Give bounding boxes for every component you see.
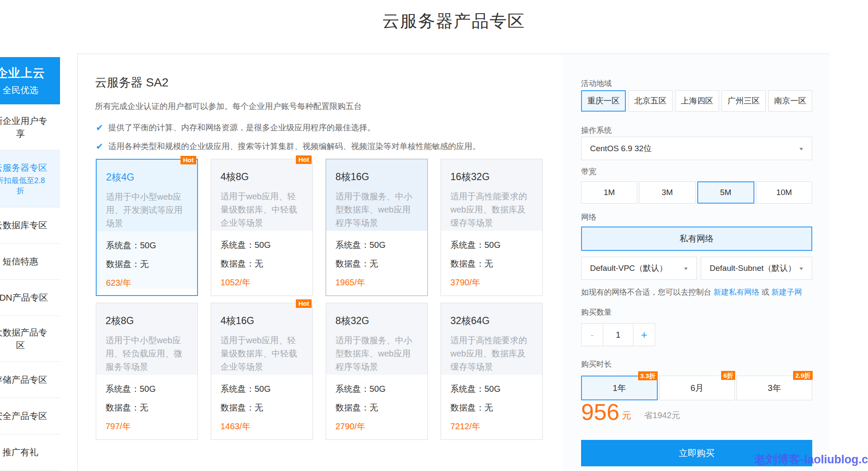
spec-card-top: 8核32G 适用于微服务、中小型数据库、web应用程序等场景 <box>326 303 427 375</box>
spec-card-8c16g[interactable]: 8核16G 适用于微服务、中小型数据库、web应用程序等场景 系统盘：50G 数… <box>326 159 428 296</box>
region-option-beijing5[interactable]: 北京五区 <box>628 90 672 112</box>
bandwidth-option-3m[interactable]: 3M <box>639 181 695 204</box>
spec-price: 1965/年 <box>335 277 418 288</box>
data-disk: 数据盘：无 <box>221 258 303 270</box>
sidebar-item-cdn[interactable]: CDN产品专区 <box>0 280 60 316</box>
sidebar-item-label: 存储产品专区 <box>0 373 47 386</box>
feature-text: 适用各种类型和规模的企业级应用、搜索等计算集群、视频编解码、视频渲染等对单核性能… <box>109 142 481 151</box>
spec-card-top: 8核16G 适用于微服务、中小型数据库、web应用程序等场景 <box>326 159 427 231</box>
duration-option-1year[interactable]: 1年 3.3折 <box>581 376 658 400</box>
bandwidth-option-10m[interactable]: 10M <box>756 181 812 204</box>
region-option-chongqing1[interactable]: 重庆一区 <box>581 90 626 112</box>
sidebar-item-label: 大数据产品专区 <box>0 326 48 351</box>
spec-card-16c32g[interactable]: 16核32G 适用于高性能要求的web应用、数据库及缓存等场景 系统盘：50G … <box>441 159 543 296</box>
vpc-select[interactable]: Default-VPC（默认） ▼ <box>581 257 697 280</box>
spec-title: 4核8G <box>221 170 303 184</box>
sidebar-item-cloud-database[interactable]: 云数据库专区 <box>0 207 60 244</box>
quantity-plus-button[interactable]: + <box>633 323 655 346</box>
sidebar-header-enterprise-cloud[interactable]: 企业上云 全民优选 <box>0 57 60 104</box>
spec-card-32c64g[interactable]: 32核64G 适用于高性能要求的web应用、数据库及缓存等场景 系统盘：50G … <box>441 303 543 440</box>
check-icon: ✔ <box>96 123 103 132</box>
subnet-select[interactable]: Default-Subnet（默认） ▼ <box>701 257 812 280</box>
create-vpc-link[interactable]: 新建私有网络 <box>713 288 759 296</box>
spec-price: 3790/年 <box>450 277 533 288</box>
sidebar-item-bigdata[interactable]: 大数据产品专区 <box>0 316 60 362</box>
spec-card-top: 32核64G 适用于高性能要求的web应用、数据库及缓存等场景 <box>441 303 542 375</box>
sidebar-item-label: 云服务器专区 <box>0 161 47 174</box>
network-label: 网络 <box>581 212 812 222</box>
sidebar-item-discount-note: 折扣最低至2.8折 <box>0 175 48 196</box>
spec-title: 8核16G <box>335 170 418 184</box>
region-option-guangzhou3[interactable]: 广州三区 <box>722 90 765 112</box>
spec-description: 适用于web应用、轻量级数据库、中轻载企业等场景 <box>221 190 303 230</box>
spec-price: 623/年 <box>106 277 188 289</box>
discount-badge: 3.3折 <box>638 371 658 380</box>
spec-card-4c16g[interactable]: Hot 4核16G 适用于web应用、轻量级数据库、中轻载企业等场景 系统盘：5… <box>211 303 313 440</box>
sidebar-item-storage[interactable]: 存储产品专区 <box>0 362 60 398</box>
page-title: 云服务器产品专区 <box>77 9 830 33</box>
data-disk: 数据盘：无 <box>106 402 188 414</box>
spec-title: 4核16G <box>221 314 303 327</box>
product-heading: 云服务器 SA2 <box>95 75 169 91</box>
data-disk: 数据盘：无 <box>450 402 533 414</box>
duration-option-6month[interactable]: 6月 6折 <box>659 376 735 400</box>
sidebar-item-security[interactable]: 安全产品专区 <box>0 398 60 434</box>
os-select[interactable]: CentOS 6.9 32位 ▼ <box>581 137 812 160</box>
network-type-private[interactable]: 私有网络 <box>581 227 812 251</box>
site-watermark: 老刘博客-laoliublog.cn <box>754 452 868 467</box>
hot-badge: Hot <box>296 299 312 308</box>
spec-card-top: 2核4G 适用于中小型web应用、开发测试等应用场景 <box>97 160 197 231</box>
sidebar-item-referral[interactable]: 推广有礼 <box>0 434 60 471</box>
network-note: 如现有的网络不合适，您可以去控制台 新建私有网络 或 新建子网 <box>581 287 812 297</box>
system-disk: 系统盘：50G <box>450 383 533 395</box>
sidebar-item-label: 推广有礼 <box>3 446 38 458</box>
spec-description: 适用于微服务、中小型数据库、web应用程序等场景 <box>335 334 418 373</box>
system-disk: 系统盘：50G <box>221 383 303 395</box>
network-note-or: 或 <box>759 288 771 296</box>
bandwidth-option-1m[interactable]: 1M <box>581 181 637 204</box>
spec-card-top: 4核16G 适用于web应用、轻量级数据库、中轻载企业等场景 <box>211 303 312 375</box>
feature-item: ✔提供了平衡的计算、内存和网络资源，是很多企业级应用程序的最佳选择。 <box>96 122 375 133</box>
check-icon: ✔ <box>96 141 103 151</box>
spec-title: 2核4G <box>106 171 188 184</box>
duration-option-label: 1年 <box>613 382 626 394</box>
sidebar-item-label: 安全产品专区 <box>0 410 47 422</box>
sidebar-item-new-enterprise-user[interactable]: 新企业用户专享 <box>0 104 60 150</box>
spec-card-8c32g[interactable]: 8核32G 适用于微服务、中小型数据库、web应用程序等场景 系统盘：50G 数… <box>326 303 428 440</box>
spec-card-bottom: 系统盘：50G 数据盘：无 623/年 <box>97 231 197 289</box>
caret-down-icon: ▼ <box>683 266 689 271</box>
price-summary: 956 元 省1942元 <box>581 400 812 423</box>
sidebar-item-label: 云数据库专区 <box>0 219 47 231</box>
sidebar-header-line2: 全民优选 <box>3 84 38 96</box>
spec-card-2c4g[interactable]: Hot 2核4G 适用于中小型web应用、开发测试等应用场景 系统盘：50G 数… <box>96 159 198 296</box>
quantity-label: 购买数量 <box>581 307 812 317</box>
spec-description: 适用于web应用、轻量级数据库、中轻载企业等场景 <box>221 334 303 373</box>
discount-badge: 6折 <box>721 371 735 380</box>
spec-card-4c8g[interactable]: Hot 4核8G 适用于web应用、轻量级数据库、中轻载企业等场景 系统盘：50… <box>211 159 313 296</box>
spec-title: 32核64G <box>450 314 533 327</box>
spec-price: 2790/年 <box>335 421 418 432</box>
os-label: 操作系统 <box>581 125 812 135</box>
hot-badge: Hot <box>180 156 196 164</box>
region-option-shanghai4[interactable]: 上海四区 <box>675 90 719 112</box>
data-disk: 数据盘：无 <box>221 402 303 414</box>
vpc-selects: Default-VPC（默认） ▼ Default-Subnet（默认） ▼ <box>581 257 812 280</box>
system-disk: 系统盘：50G <box>106 240 188 251</box>
create-subnet-link[interactable]: 新建子网 <box>771 288 802 296</box>
duration-option-label: 6月 <box>690 382 704 394</box>
spec-description: 适用于微服务、中小型数据库、web应用程序等场景 <box>335 190 418 230</box>
spec-card-2c8g[interactable]: 2核8G 适用于中小型web应用、轻负载应用、微服务等场景 系统盘：50G 数据… <box>96 303 198 440</box>
bandwidth-option-5m[interactable]: 5M <box>697 181 754 204</box>
system-disk: 系统盘：50G <box>221 239 303 251</box>
quantity-value[interactable]: 1 <box>603 323 633 346</box>
config-panel: 活动地域 重庆一区 北京五区 上海四区 广州三区 南京一区 操作系统 CentO… <box>563 55 829 471</box>
spec-price: 1463/年 <box>221 421 303 432</box>
duration-option-3year[interactable]: 3年 2.9折 <box>736 376 812 400</box>
spec-title: 8核32G <box>335 314 418 327</box>
region-option-nanjing1[interactable]: 南京一区 <box>768 90 812 112</box>
vpc-selected-value: Default-VPC（默认） <box>590 263 667 274</box>
spec-card-bottom: 系统盘：50G 数据盘：无 3790/年 <box>441 231 542 288</box>
sidebar-item-sms-deal[interactable]: 短信特惠 <box>0 244 60 280</box>
quantity-minus-button[interactable]: - <box>581 323 603 346</box>
sidebar-item-cloud-server-zone[interactable]: 云服务器专区 折扣最低至2.8折 <box>0 150 60 207</box>
